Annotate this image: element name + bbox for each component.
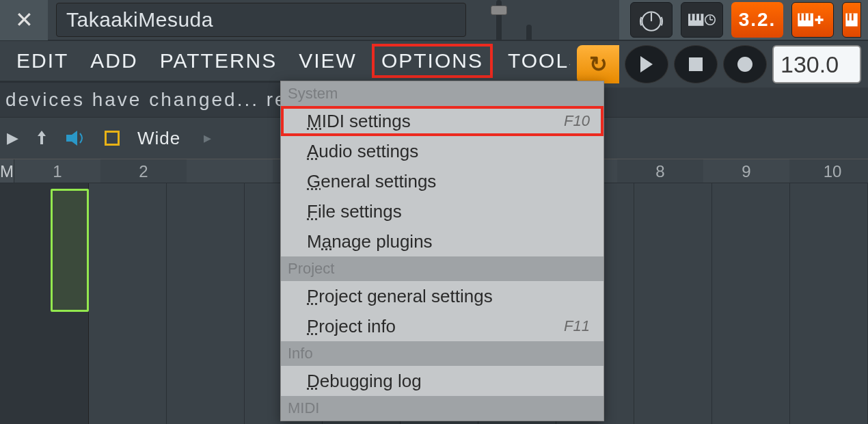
- record-icon: [737, 57, 752, 72]
- ruler-num: [187, 159, 273, 183]
- menu-item-label: MIDI settings: [307, 111, 411, 132]
- project-title-field[interactable]: TakaakiMesuda: [56, 3, 466, 37]
- menu-edit[interactable]: EDIT: [10, 47, 75, 75]
- record-button[interactable]: [723, 45, 767, 83]
- close-button[interactable]: ✕: [0, 0, 48, 40]
- menu-file-settings[interactable]: File settings: [281, 196, 603, 226]
- dropdown-section-midi: MIDI: [281, 396, 603, 421]
- play-button[interactable]: [625, 45, 668, 83]
- knob-button[interactable]: [630, 2, 673, 38]
- track-col: [167, 183, 245, 424]
- menu-item-label: Debugging log: [307, 371, 422, 392]
- svg-rect-4: [695, 14, 696, 21]
- ruler-num: 9: [703, 159, 789, 183]
- slider-thumb[interactable]: [491, 5, 507, 15]
- menu-project-general-settings[interactable]: Project general settings: [281, 281, 603, 311]
- svg-rect-16: [847, 13, 850, 20]
- channel-label: Wide: [137, 128, 180, 149]
- svg-rect-11: [804, 13, 806, 20]
- knob-icon: [637, 5, 666, 34]
- dropdown-section-system: System: [281, 81, 603, 106]
- redo-button[interactable]: ↻: [577, 45, 619, 83]
- piano-clock-button[interactable]: [681, 2, 723, 38]
- menu-item-label: Project info: [307, 316, 396, 337]
- pattern-display[interactable]: 3.2.: [731, 2, 783, 38]
- track-col: [634, 183, 712, 424]
- menu-general-settings[interactable]: General settings: [281, 166, 603, 196]
- menu-item-label: Manage plugins: [307, 231, 433, 252]
- ruler-num: 10: [789, 159, 868, 183]
- ruler-m-label: M: [0, 159, 14, 183]
- play-icon: [640, 56, 653, 72]
- chevron-right-icon[interactable]: ▸: [204, 129, 211, 147]
- project-title-text: TakaakiMesuda: [66, 8, 213, 31]
- menu-debugging-log[interactable]: Debugging log: [281, 366, 603, 396]
- options-dropdown: System MIDI settings F10 Audio settings …: [280, 81, 604, 421]
- piano-icon: [845, 11, 858, 29]
- close-icon: ✕: [15, 7, 33, 33]
- marker-icon[interactable]: [105, 131, 120, 146]
- dropdown-section-info: Info: [281, 341, 603, 366]
- menu-item-label: Project general settings: [307, 286, 493, 307]
- ruler-num: 2: [100, 159, 187, 183]
- title-bar: ✕ TakaakiMesuda: [0, 0, 868, 41]
- svg-rect-12: [809, 13, 811, 20]
- tempo-field[interactable]: 130.0: [772, 45, 861, 83]
- redo-icon: ↻: [589, 51, 608, 77]
- speaker-icon[interactable]: [65, 129, 90, 147]
- track-col: [89, 183, 167, 424]
- menu-item-label: File settings: [307, 201, 402, 222]
- transport-controls: ↻ 130.0: [570, 41, 868, 88]
- svg-rect-3: [690, 14, 692, 21]
- menu-shortcut: F10: [564, 112, 590, 130]
- pattern-number: 3.2.: [739, 9, 776, 31]
- piano-plus-button[interactable]: [791, 2, 834, 38]
- track-col: [712, 183, 790, 424]
- pin-icon[interactable]: [33, 129, 50, 147]
- menu-manage-plugins[interactable]: Manage plugins: [281, 226, 603, 256]
- menu-patterns[interactable]: PATTERNS: [153, 47, 284, 75]
- piano-clock-icon: [688, 12, 716, 28]
- top-toolbar: 3.2.: [619, 0, 868, 40]
- menu-item-label: General settings: [307, 171, 436, 192]
- menu-options[interactable]: OPTIONS: [372, 44, 493, 78]
- stop-button[interactable]: [674, 45, 718, 83]
- menu-project-info[interactable]: Project info F11: [281, 311, 603, 341]
- piano-plus-icon: [798, 11, 828, 29]
- ruler-num: 8: [617, 159, 703, 183]
- svg-rect-17: [852, 13, 854, 20]
- svg-rect-5: [699, 14, 701, 21]
- menu-item-label: Audio settings: [307, 141, 418, 162]
- svg-marker-18: [38, 131, 46, 144]
- menu-audio-settings[interactable]: Audio settings: [281, 136, 603, 166]
- pattern-clip[interactable]: [51, 189, 89, 312]
- track-col: [790, 183, 868, 424]
- dropdown-section-project: Project: [281, 256, 603, 281]
- piano-partial-button[interactable]: [842, 2, 861, 38]
- status-text: devices have changed... refre: [5, 89, 316, 111]
- expand-icon[interactable]: ▶: [7, 129, 18, 147]
- menu-midi-settings[interactable]: MIDI settings F10: [281, 106, 603, 136]
- ruler-num: 1: [14, 159, 100, 183]
- tempo-value: 130.0: [781, 51, 839, 78]
- menu-add[interactable]: ADD: [83, 47, 144, 75]
- stop-icon: [689, 57, 703, 71]
- menu-shortcut: F11: [564, 317, 590, 335]
- svg-marker-19: [66, 131, 77, 146]
- svg-rect-10: [800, 13, 802, 20]
- menu-view[interactable]: VIEW: [292, 47, 364, 75]
